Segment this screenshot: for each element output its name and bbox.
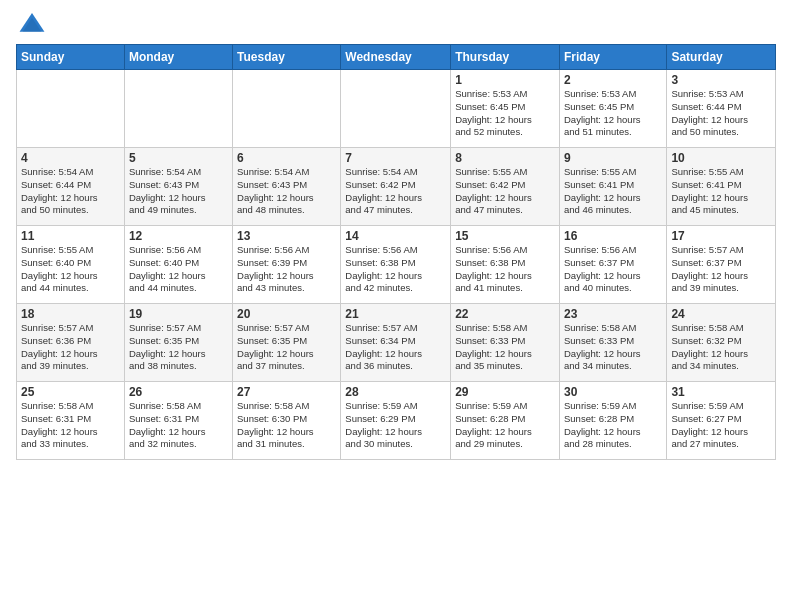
day-number: 2	[564, 73, 662, 87]
calendar-cell: 8Sunrise: 5:55 AM Sunset: 6:42 PM Daylig…	[451, 148, 560, 226]
day-info: Sunrise: 5:59 AM Sunset: 6:29 PM Dayligh…	[345, 400, 446, 451]
weekday-header: Tuesday	[233, 45, 341, 70]
day-number: 12	[129, 229, 228, 243]
day-info: Sunrise: 5:59 AM Sunset: 6:27 PM Dayligh…	[671, 400, 771, 451]
calendar-cell: 27Sunrise: 5:58 AM Sunset: 6:30 PM Dayli…	[233, 382, 341, 460]
calendar-cell: 22Sunrise: 5:58 AM Sunset: 6:33 PM Dayli…	[451, 304, 560, 382]
calendar-cell: 17Sunrise: 5:57 AM Sunset: 6:37 PM Dayli…	[667, 226, 776, 304]
calendar-cell	[124, 70, 232, 148]
day-info: Sunrise: 5:56 AM Sunset: 6:39 PM Dayligh…	[237, 244, 336, 295]
day-info: Sunrise: 5:56 AM Sunset: 6:37 PM Dayligh…	[564, 244, 662, 295]
day-info: Sunrise: 5:57 AM Sunset: 6:35 PM Dayligh…	[237, 322, 336, 373]
logo-icon	[18, 10, 46, 38]
day-info: Sunrise: 5:58 AM Sunset: 6:33 PM Dayligh…	[564, 322, 662, 373]
calendar-cell: 29Sunrise: 5:59 AM Sunset: 6:28 PM Dayli…	[451, 382, 560, 460]
day-number: 22	[455, 307, 555, 321]
calendar-cell: 31Sunrise: 5:59 AM Sunset: 6:27 PM Dayli…	[667, 382, 776, 460]
day-info: Sunrise: 5:58 AM Sunset: 6:32 PM Dayligh…	[671, 322, 771, 373]
day-number: 8	[455, 151, 555, 165]
page: SundayMondayTuesdayWednesdayThursdayFrid…	[0, 0, 792, 470]
calendar-cell: 14Sunrise: 5:56 AM Sunset: 6:38 PM Dayli…	[341, 226, 451, 304]
week-row: 11Sunrise: 5:55 AM Sunset: 6:40 PM Dayli…	[17, 226, 776, 304]
calendar-cell: 16Sunrise: 5:56 AM Sunset: 6:37 PM Dayli…	[559, 226, 666, 304]
day-info: Sunrise: 5:58 AM Sunset: 6:33 PM Dayligh…	[455, 322, 555, 373]
calendar-cell: 2Sunrise: 5:53 AM Sunset: 6:45 PM Daylig…	[559, 70, 666, 148]
calendar-cell	[341, 70, 451, 148]
day-number: 27	[237, 385, 336, 399]
day-info: Sunrise: 5:57 AM Sunset: 6:37 PM Dayligh…	[671, 244, 771, 295]
day-number: 3	[671, 73, 771, 87]
calendar-cell: 6Sunrise: 5:54 AM Sunset: 6:43 PM Daylig…	[233, 148, 341, 226]
day-info: Sunrise: 5:58 AM Sunset: 6:31 PM Dayligh…	[129, 400, 228, 451]
weekday-header: Monday	[124, 45, 232, 70]
day-number: 9	[564, 151, 662, 165]
day-info: Sunrise: 5:57 AM Sunset: 6:34 PM Dayligh…	[345, 322, 446, 373]
calendar-cell: 25Sunrise: 5:58 AM Sunset: 6:31 PM Dayli…	[17, 382, 125, 460]
day-number: 5	[129, 151, 228, 165]
day-info: Sunrise: 5:59 AM Sunset: 6:28 PM Dayligh…	[455, 400, 555, 451]
calendar-cell: 7Sunrise: 5:54 AM Sunset: 6:42 PM Daylig…	[341, 148, 451, 226]
weekday-header-row: SundayMondayTuesdayWednesdayThursdayFrid…	[17, 45, 776, 70]
day-number: 26	[129, 385, 228, 399]
calendar-cell: 23Sunrise: 5:58 AM Sunset: 6:33 PM Dayli…	[559, 304, 666, 382]
calendar-cell: 12Sunrise: 5:56 AM Sunset: 6:40 PM Dayli…	[124, 226, 232, 304]
calendar-cell: 4Sunrise: 5:54 AM Sunset: 6:44 PM Daylig…	[17, 148, 125, 226]
calendar: SundayMondayTuesdayWednesdayThursdayFrid…	[16, 44, 776, 460]
day-number: 21	[345, 307, 446, 321]
day-number: 7	[345, 151, 446, 165]
day-number: 10	[671, 151, 771, 165]
day-info: Sunrise: 5:55 AM Sunset: 6:42 PM Dayligh…	[455, 166, 555, 217]
day-number: 16	[564, 229, 662, 243]
calendar-cell: 28Sunrise: 5:59 AM Sunset: 6:29 PM Dayli…	[341, 382, 451, 460]
calendar-cell: 19Sunrise: 5:57 AM Sunset: 6:35 PM Dayli…	[124, 304, 232, 382]
day-info: Sunrise: 5:53 AM Sunset: 6:45 PM Dayligh…	[455, 88, 555, 139]
day-info: Sunrise: 5:54 AM Sunset: 6:44 PM Dayligh…	[21, 166, 120, 217]
day-number: 25	[21, 385, 120, 399]
day-number: 24	[671, 307, 771, 321]
day-info: Sunrise: 5:56 AM Sunset: 6:38 PM Dayligh…	[345, 244, 446, 295]
day-number: 4	[21, 151, 120, 165]
calendar-cell: 24Sunrise: 5:58 AM Sunset: 6:32 PM Dayli…	[667, 304, 776, 382]
weekday-header: Saturday	[667, 45, 776, 70]
weekday-header: Thursday	[451, 45, 560, 70]
day-number: 19	[129, 307, 228, 321]
day-info: Sunrise: 5:58 AM Sunset: 6:30 PM Dayligh…	[237, 400, 336, 451]
weekday-header: Wednesday	[341, 45, 451, 70]
week-row: 18Sunrise: 5:57 AM Sunset: 6:36 PM Dayli…	[17, 304, 776, 382]
weekday-header: Friday	[559, 45, 666, 70]
day-info: Sunrise: 5:57 AM Sunset: 6:35 PM Dayligh…	[129, 322, 228, 373]
calendar-cell: 26Sunrise: 5:58 AM Sunset: 6:31 PM Dayli…	[124, 382, 232, 460]
calendar-cell	[233, 70, 341, 148]
week-row: 1Sunrise: 5:53 AM Sunset: 6:45 PM Daylig…	[17, 70, 776, 148]
calendar-cell: 1Sunrise: 5:53 AM Sunset: 6:45 PM Daylig…	[451, 70, 560, 148]
logo-area	[16, 10, 46, 38]
day-number: 17	[671, 229, 771, 243]
day-info: Sunrise: 5:53 AM Sunset: 6:44 PM Dayligh…	[671, 88, 771, 139]
day-info: Sunrise: 5:59 AM Sunset: 6:28 PM Dayligh…	[564, 400, 662, 451]
weekday-header: Sunday	[17, 45, 125, 70]
day-number: 30	[564, 385, 662, 399]
calendar-cell: 15Sunrise: 5:56 AM Sunset: 6:38 PM Dayli…	[451, 226, 560, 304]
header	[16, 10, 776, 38]
day-info: Sunrise: 5:54 AM Sunset: 6:43 PM Dayligh…	[129, 166, 228, 217]
day-info: Sunrise: 5:56 AM Sunset: 6:38 PM Dayligh…	[455, 244, 555, 295]
day-info: Sunrise: 5:56 AM Sunset: 6:40 PM Dayligh…	[129, 244, 228, 295]
day-info: Sunrise: 5:55 AM Sunset: 6:40 PM Dayligh…	[21, 244, 120, 295]
day-info: Sunrise: 5:55 AM Sunset: 6:41 PM Dayligh…	[564, 166, 662, 217]
day-info: Sunrise: 5:54 AM Sunset: 6:43 PM Dayligh…	[237, 166, 336, 217]
day-info: Sunrise: 5:55 AM Sunset: 6:41 PM Dayligh…	[671, 166, 771, 217]
day-info: Sunrise: 5:54 AM Sunset: 6:42 PM Dayligh…	[345, 166, 446, 217]
day-number: 31	[671, 385, 771, 399]
calendar-cell: 11Sunrise: 5:55 AM Sunset: 6:40 PM Dayli…	[17, 226, 125, 304]
calendar-cell: 30Sunrise: 5:59 AM Sunset: 6:28 PM Dayli…	[559, 382, 666, 460]
day-number: 14	[345, 229, 446, 243]
week-row: 25Sunrise: 5:58 AM Sunset: 6:31 PM Dayli…	[17, 382, 776, 460]
calendar-cell	[17, 70, 125, 148]
week-row: 4Sunrise: 5:54 AM Sunset: 6:44 PM Daylig…	[17, 148, 776, 226]
calendar-cell: 18Sunrise: 5:57 AM Sunset: 6:36 PM Dayli…	[17, 304, 125, 382]
day-number: 28	[345, 385, 446, 399]
day-info: Sunrise: 5:57 AM Sunset: 6:36 PM Dayligh…	[21, 322, 120, 373]
calendar-cell: 9Sunrise: 5:55 AM Sunset: 6:41 PM Daylig…	[559, 148, 666, 226]
day-number: 1	[455, 73, 555, 87]
day-number: 18	[21, 307, 120, 321]
